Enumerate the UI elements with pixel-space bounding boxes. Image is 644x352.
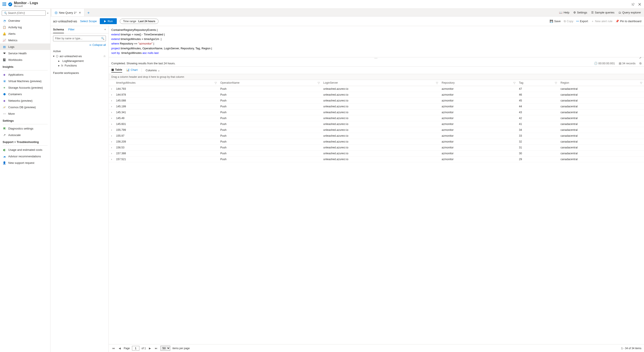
columns-dropdown[interactable]: Columns⌄ <box>146 69 160 72</box>
close-icon[interactable] <box>638 2 642 6</box>
expand-row-icon[interactable]: › <box>109 133 114 139</box>
sidebar-item-workbooks[interactable]: 📓Workbooks <box>0 56 50 63</box>
table-row[interactable]: ›155.799Pushunleashed.azurecr.ioazmonito… <box>109 127 644 133</box>
tree-node[interactable]: ▸LogManagement <box>53 59 106 63</box>
sidebar-item-activity-log[interactable]: 📋Activity log <box>0 24 50 30</box>
filter-icon[interactable]: ▽ <box>640 81 642 84</box>
search-input[interactable]: 🔍Search (Ctrl+/) <box>2 10 46 16</box>
table-row[interactable]: ›145.088Pushunleashed.azurecr.ioazmonito… <box>109 98 644 103</box>
schema-tab[interactable]: Schema <box>53 28 64 33</box>
table-row[interactable]: ›144.978Pushunleashed.azurecr.ioazmonito… <box>109 92 644 98</box>
expand-row-icon[interactable]: › <box>109 92 114 98</box>
sidebar-item-autoscale[interactable]: ↗Autoscale <box>0 132 50 138</box>
sidebar-item-overview[interactable]: ◔Overview <box>0 17 50 24</box>
select-scope-link[interactable]: Select Scope <box>80 19 97 23</box>
nav-section-settings: Settings <box>0 117 50 123</box>
sidebar-item-usage[interactable]: ◐Usage and estimated costs <box>0 146 50 153</box>
star-icon[interactable]: ☆ <box>103 54 106 58</box>
sidebar-item-advisor[interactable]: ☁Advisor recommendations <box>0 153 50 159</box>
expand-row-icon[interactable]: › <box>109 150 114 156</box>
pin-icon[interactable] <box>632 2 635 6</box>
group-drop-strip[interactable]: Drag a column header and drop it here to… <box>109 74 644 80</box>
sidebar-item-alerts[interactable]: 🔔Alerts <box>0 30 50 37</box>
expand-row-icon[interactable]: › <box>109 139 114 144</box>
filter-icon[interactable]: ▽ <box>513 81 516 84</box>
col-Region[interactable]: Region▽ <box>559 80 644 86</box>
workspace-node[interactable]: ▾ ⬡ acr-unleashed-ws ☆ <box>53 54 106 59</box>
sidebar-item-cosmos[interactable]: 🪐Cosmos DB (preview) <box>0 104 50 110</box>
table-view-tab[interactable]: ▦Table <box>111 68 122 72</box>
expand-row-icon[interactable]: › <box>109 156 114 162</box>
filter-icon[interactable]: ▽ <box>555 81 557 84</box>
filter-icon[interactable]: ▽ <box>214 81 217 84</box>
sample-queries-button[interactable]: ☰Sample queries <box>591 11 614 14</box>
schema-filter-input[interactable]: Filter by name or type... 🔍 <box>53 36 106 41</box>
tab-new-query[interactable]: New Query 1* ✕ <box>51 9 84 16</box>
col-Tag[interactable]: Tag▽ <box>517 80 559 86</box>
pager-last[interactable]: ⏭ <box>154 347 158 350</box>
filter-icon[interactable]: ▽ <box>436 81 438 84</box>
col-OperationName[interactable]: OperationName▽ <box>218 80 322 86</box>
table-row[interactable]: ›144.793Pushunleashed.azurecr.ioazmonito… <box>109 86 644 92</box>
table-row[interactable]: ›145.49Pushunleashed.azurecr.ioazmonitor… <box>109 115 644 121</box>
copy-button[interactable]: ⧉Copy <box>564 19 573 23</box>
expand-row-icon[interactable]: › <box>109 115 114 121</box>
expand-row-icon[interactable]: › <box>109 86 114 92</box>
sidebar-item-containers[interactable]: ⬢Containers <box>0 91 50 97</box>
sidebar-item-storage-accounts[interactable]: ≡Storage Accounts (preview) <box>0 84 50 91</box>
collapse-all-link[interactable]: ⇤ Collapse all <box>53 43 106 46</box>
pager-prev[interactable]: ◀ <box>118 347 122 350</box>
query-editor[interactable]: ContainerRegistryRepositoryEvents | exte… <box>109 26 644 57</box>
table-row[interactable]: ›156.209Pushunleashed.azurecr.ioazmonito… <box>109 139 644 144</box>
table-row[interactable]: ›145.601Pushunleashed.azurecr.ioazmonito… <box>109 121 644 127</box>
col-LoginServer[interactable]: LoginServer▽ <box>322 80 440 86</box>
pager-next[interactable]: ▶ <box>148 347 152 350</box>
filter-tab[interactable]: Filter <box>68 28 74 33</box>
table-row[interactable]: ›156.53Pushunleashed.azurecr.ioazmonitor… <box>109 144 644 150</box>
sidebar-item-more[interactable]: ⋯More <box>0 110 50 117</box>
page-input[interactable] <box>132 346 139 351</box>
tab-close-icon[interactable]: ✕ <box>79 11 81 14</box>
sidebar-item-service-health[interactable]: ❤Service Health <box>0 50 50 56</box>
expand-row-icon[interactable]: › <box>109 144 114 150</box>
new-alert-button[interactable]: ＋New alert rule <box>591 19 612 23</box>
expand-row-icon[interactable]: › <box>109 109 114 115</box>
query-explorer-button[interactable]: 🗂Query explorer <box>618 11 641 14</box>
pin-button[interactable]: 📌Pin to dashboard <box>616 19 642 23</box>
expand-row-icon[interactable]: › <box>109 98 114 103</box>
sidebar-item-networks[interactable]: ◆Networks (preview) <box>0 97 50 104</box>
sidebar-item-diag[interactable]: 🛠Diagnostics settings <box>0 125 50 132</box>
table-row[interactable]: ›155.97Pushunleashed.azurecr.ioazmonitor… <box>109 133 644 139</box>
resize-handle[interactable]: ⋯ ⤢ <box>109 57 644 60</box>
tree-node[interactable]: ▸fxFunctions <box>53 63 106 68</box>
settings-button[interactable]: ⚙Settings <box>573 11 587 14</box>
filter-icon[interactable]: ▽ <box>318 81 320 84</box>
expand-row-icon[interactable]: › <box>109 103 114 109</box>
col-timeAgoMinutes[interactable]: timeAgoMinutes▽ <box>114 80 218 86</box>
sidebar-item-support[interactable]: 👤New support request <box>0 159 50 166</box>
chart-view-tab[interactable]: 📊Chart <box>126 68 138 72</box>
expand-icon[interactable]: ⤢ <box>639 57 642 59</box>
table-row[interactable]: ›157.388Pushunleashed.azurecr.ioazmonito… <box>109 150 644 156</box>
expand-row-icon[interactable]: › <box>109 121 114 127</box>
table-row[interactable]: ›145.199Pushunleashed.azurecr.ioazmonito… <box>109 103 644 109</box>
table-row[interactable]: ›145.341Pushunleashed.azurecr.ioazmonito… <box>109 109 644 115</box>
sidebar-item-logs[interactable]: ▤Logs <box>0 43 50 50</box>
sidebar-item-vms[interactable]: 🖥Virtual Machines (preview) <box>0 78 50 84</box>
table-row[interactable]: ›157.521Pushunleashed.azurecr.ioazmonito… <box>109 156 644 162</box>
pager-first[interactable]: ⏮ <box>111 347 116 350</box>
page-size-select[interactable]: 50 <box>160 346 170 351</box>
sidebar-item-metrics[interactable]: 📈Metrics <box>0 37 50 43</box>
copy-results-icon[interactable]: ⧉ <box>640 62 642 65</box>
sidebar-collapse-icon[interactable]: « <box>47 11 48 14</box>
time-range-pill[interactable]: Time range : Last 24 hours <box>120 19 158 24</box>
save-button[interactable]: 💾Save <box>550 19 561 23</box>
run-button[interactable]: Run <box>100 18 117 24</box>
sidebar-item-applications[interactable]: ◆Applications <box>0 71 50 78</box>
col-Repository[interactable]: Repository▽ <box>440 80 517 86</box>
tab-add-button[interactable]: ＋ <box>84 10 92 15</box>
schema-collapse-icon[interactable]: « <box>104 28 106 33</box>
export-button[interactable]: ↦Export <box>576 19 588 23</box>
expand-row-icon[interactable]: › <box>109 127 114 133</box>
help-button[interactable]: 📖Help <box>559 11 570 14</box>
